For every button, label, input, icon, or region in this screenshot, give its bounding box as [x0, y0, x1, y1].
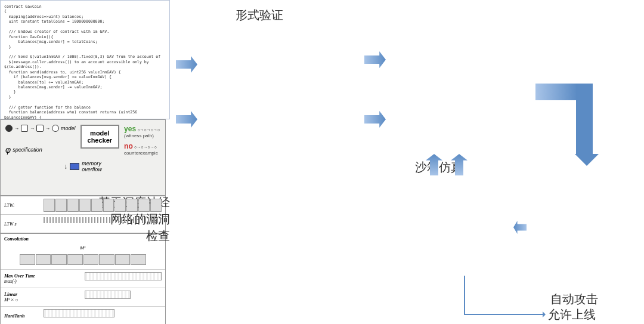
arrow-icon — [364, 111, 386, 128]
title-allow-online: 允许上线 — [548, 307, 596, 323]
nn-conv: Convolution — [4, 236, 29, 242]
nn-ltw: LTW: — [4, 203, 40, 208]
memory-label: memory overflow — [82, 161, 102, 172]
nn-m2: M² × ○ — [4, 297, 81, 303]
model-checker-diagram: → → → model φ specification model checke… — [0, 119, 166, 196]
no-label: no — [124, 142, 133, 150]
arrow-icon — [535, 84, 595, 173]
arrow-head-icon — [543, 311, 549, 317]
yes-label: yes — [124, 125, 136, 133]
nn-max: Max Over Time — [4, 273, 81, 279]
spec-label: specification — [13, 147, 42, 153]
no-sub: counterexample — [124, 150, 160, 156]
model-checker-box: model checker — [80, 125, 120, 149]
flow-line — [464, 276, 465, 314]
nn-maxfn: max(·) — [4, 279, 81, 284]
nn-ltws: LTW s — [4, 221, 40, 227]
title-auto-attack: 自动攻击 — [550, 291, 598, 307]
arrow-icon — [364, 51, 386, 68]
model-label: model — [61, 125, 76, 131]
arrow-icon — [513, 221, 527, 234]
source-code-panel: contract GavCoin { mapping(address=>uint… — [0, 0, 170, 119]
nn-linear: Linear — [4, 292, 81, 297]
arrow-icon — [176, 111, 197, 128]
yes-sub: (witness path) — [124, 133, 160, 138]
title-formal-verification: 形式验证 — [236, 7, 283, 23]
phi-symbol: φ — [5, 145, 11, 155]
nn-m1: M¹ — [80, 245, 85, 251]
flow-line — [464, 314, 544, 315]
arrow-icon — [176, 56, 197, 73]
memory-icon — [70, 163, 79, 170]
nn-hardtanh: HardTanh — [4, 313, 40, 319]
